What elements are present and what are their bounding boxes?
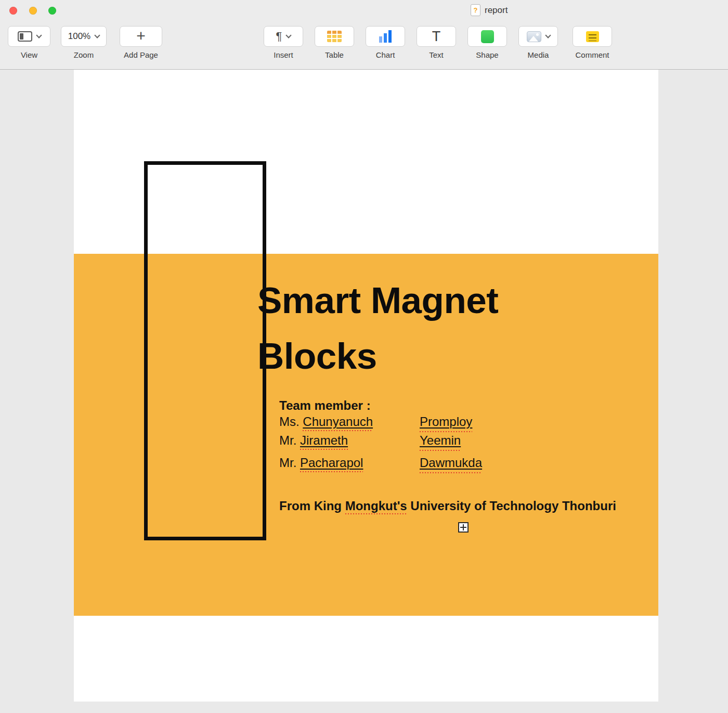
zoom-label: Zoom [74,50,94,59]
insert-button[interactable]: ¶ [264,26,303,47]
text-button[interactable]: T [417,26,456,47]
comment-button[interactable] [573,26,612,47]
document-canvas: Smart Magnet Blocks Team member : Ms. Ch… [0,70,728,713]
comment-note-icon [586,31,599,42]
chevron-down-icon [545,32,551,38]
toolbar-item-table: Table [315,26,354,59]
from-misspelled-word: Mongkut's [345,499,407,514]
insert-label: Insert [274,50,293,59]
chevron-down-icon [95,32,100,38]
view-panel-icon [18,31,32,42]
team-member-row: Mr. Jirameth Yeemin [279,432,616,451]
table-label: Table [325,50,344,59]
zoom-button[interactable]: 100% [61,26,107,47]
chart-button[interactable] [366,26,405,47]
toolbar-item-collaborate-cut: Co [720,26,728,59]
zoom-window-button[interactable] [48,7,56,15]
toolbar-item-view: View [8,26,50,59]
window-chrome: ? report View 100% Zoom + Add Page [0,0,728,70]
toolbar-item-text: T Text [417,26,456,59]
toolbar-item-comment: Comment [573,26,612,59]
view-label: View [21,50,37,59]
toolbar-item-shape: Shape [467,26,507,59]
black-rectangle-shape[interactable] [144,161,266,540]
member-first-underlined: Pacharapol [300,456,363,472]
team-member-row: Ms. Chunyanuch Promploy [279,413,616,432]
member-prefix: Ms. [279,414,303,429]
minimize-button[interactable] [29,7,37,15]
toolbar-item-zoom: 100% Zoom [61,26,107,59]
green-square-shape-icon [481,30,494,43]
close-button[interactable] [9,7,17,15]
photo-media-icon [527,31,541,42]
chevron-down-icon [286,32,292,38]
member-prefix: Mr. [279,433,300,447]
member-first-underlined: Jirameth [300,433,348,450]
document-title-line2: Blocks [257,328,498,384]
comment-label: Comment [575,50,609,59]
member-prefix: Mr. [279,456,300,470]
document-page[interactable]: Smart Magnet Blocks Team member : Ms. Ch… [74,70,658,702]
from-suffix: University of Technology Thonburi [407,499,616,513]
shape-button[interactable] [467,26,507,47]
from-prefix: From King [279,499,345,513]
object-anchor-icon[interactable] [458,522,469,533]
document-icon-glyph: ? [474,7,478,14]
text-t-icon: T [432,30,441,44]
member-last-underlined: Dawmukda [420,455,482,473]
toolbar-item-add-page: + Add Page [120,26,162,59]
chart-label: Chart [376,50,395,59]
media-button[interactable] [518,26,558,47]
shape-label: Shape [476,50,498,59]
text-label: Text [429,50,444,59]
document-title-line1: Smart Magnet [257,273,498,328]
zoom-value: 100% [68,31,90,42]
bar-chart-icon [379,30,392,43]
member-first-underlined: Chunyanuch [303,414,373,431]
add-page-button[interactable]: + [120,26,162,47]
member-last-underlined: Yeemin [420,432,461,451]
window-title-group: ? report [471,4,508,16]
media-label: Media [528,50,549,59]
plus-icon: + [136,28,146,44]
pilcrow-icon: ¶ [276,31,282,42]
toolbar-item-chart: Chart [366,26,405,59]
university-line: From King Mongkut's University of Techno… [279,498,616,514]
table-grid-icon [327,31,342,42]
window-title: report [485,5,508,16]
table-button[interactable] [315,26,354,47]
collaborate-button-cutoff[interactable] [720,26,728,47]
toolbar: View 100% Zoom + Add Page ¶ Insert [0,21,728,69]
add-page-label: Add Page [124,50,158,59]
member-last-underlined: Promploy [420,413,472,432]
toolbar-item-insert: ¶ Insert [264,26,303,59]
team-header: Team member : [279,397,616,413]
chevron-down-icon [36,32,42,38]
view-button[interactable] [8,26,50,47]
document-title[interactable]: Smart Magnet Blocks [257,273,498,384]
team-member-row: Mr. Pacharapol Dawmukda [279,455,616,473]
member-first-name: Mr. Pacharapol [279,455,420,473]
team-text-block[interactable]: Team member : Ms. Chunyanuch Promploy Mr… [279,397,616,533]
member-first-name: Ms. Chunyanuch [279,413,420,432]
toolbar-item-media: Media [518,26,558,59]
document-icon: ? [471,4,480,16]
member-first-name: Mr. Jirameth [279,432,420,451]
